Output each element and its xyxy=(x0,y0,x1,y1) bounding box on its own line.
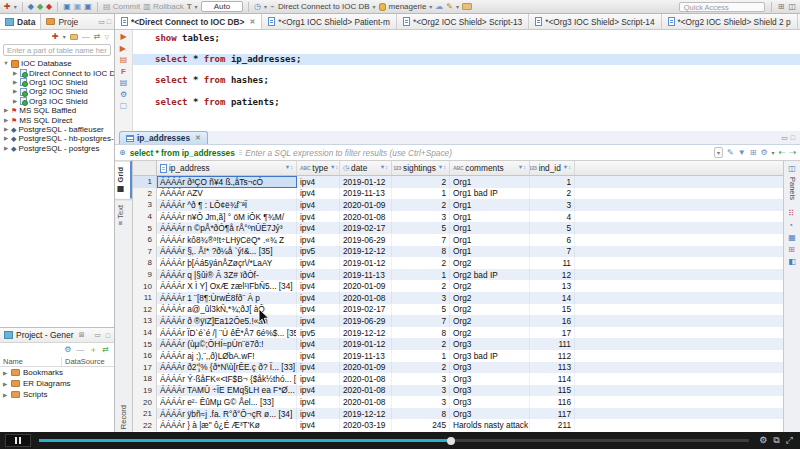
cell-type[interactable]: ipv4 xyxy=(297,408,340,420)
gear-icon[interactable]: ⚙ xyxy=(64,346,71,354)
chevron-down-icon[interactable]: ▾ xyxy=(195,3,198,10)
aggregate-icon[interactable]: ◔ xyxy=(788,222,796,230)
cell-type[interactable]: ipv4 xyxy=(297,292,340,304)
cell-type[interactable]: ipv4 xyxy=(297,257,340,269)
row-number[interactable]: 11 xyxy=(133,292,157,304)
cell-ind-id[interactable]: 4 xyxy=(530,211,575,223)
expander-icon[interactable]: ▶ xyxy=(12,87,18,96)
cell-ind-id[interactable]: 112 xyxy=(530,350,575,362)
open-sql-script-icon[interactable]: ▣ xyxy=(74,3,82,11)
editor-tab[interactable]: *<Org2 IOC Shield> Script-13 xyxy=(397,14,529,29)
cell-sightings[interactable]: 1 xyxy=(392,269,450,281)
new-script-icon[interactable]: ▢ xyxy=(120,102,128,110)
open-folder-icon[interactable] xyxy=(462,3,472,10)
expander-icon[interactable]: ▶ xyxy=(3,134,9,143)
column-header-type[interactable]: ABCtype▼↕ xyxy=(297,161,340,175)
filter-sort-icon[interactable]: ▼↕ xyxy=(518,165,526,171)
cell-comments[interactable]: Org1 xyxy=(450,176,530,188)
row-number[interactable]: 8 xyxy=(133,257,157,269)
cell-ind-id[interactable]: 2 xyxy=(530,188,575,200)
cell-type[interactable]: ipv4 xyxy=(297,280,340,292)
table-row[interactable]: 3ÁÁÁÁr ^ð ¶ : LÔ¢ë¾f¨ªÏipv42020-01-092Or… xyxy=(133,199,783,211)
cell-sightings[interactable]: 5 xyxy=(392,222,450,234)
commit-button[interactable]: Commit xyxy=(113,2,141,11)
cell-comments[interactable]: Org3 xyxy=(450,396,530,408)
cell-ind-id[interactable]: 11 xyxy=(530,257,575,269)
code-line[interactable] xyxy=(133,44,800,55)
nav-tree-item[interactable]: ▶Org3 IOC Shield xyxy=(0,97,114,106)
cell-sightings[interactable]: 2 xyxy=(392,362,450,374)
column-name[interactable]: Name xyxy=(0,357,62,366)
cell-comments[interactable]: Org3 xyxy=(450,362,530,374)
cell-comments[interactable]: Harolds nasty attack xyxy=(450,419,530,431)
cell-type[interactable]: ipv4 xyxy=(297,396,340,408)
editor-tab[interactable]: *<Direct Connect to IOC DB>✕ xyxy=(115,14,262,29)
cell-ip-address[interactable]: ÁÁÁÁr ð³ÇO ñ¥4 ß.‚åTs¬cÓ xyxy=(157,176,297,188)
chevron-down-icon[interactable]: ▾ xyxy=(456,3,459,10)
code-line[interactable]: select * from patients; xyxy=(133,97,800,108)
cell-ip-address[interactable]: ÁÁÁÁr AZV xyxy=(157,188,297,200)
cell-date[interactable]: 2020-01-08 xyxy=(340,373,392,385)
cell-type[interactable]: ipv5 xyxy=(297,246,340,258)
collapse-all-icon[interactable]: — xyxy=(82,33,90,41)
expander-icon[interactable]: ▶ xyxy=(2,381,8,387)
image-preview-icon[interactable]: ▦ xyxy=(788,234,796,242)
cell-comments[interactable]: Org1 xyxy=(450,211,530,223)
filter-expression-input[interactable]: Enter a SQL expression to filter results… xyxy=(245,148,710,158)
cell-date[interactable]: 2019-11-13 xyxy=(340,269,392,281)
expander-icon[interactable]: ▶ xyxy=(2,392,8,398)
column-header-comments[interactable]: ABCcomments▼↕ xyxy=(450,161,530,175)
video-progress-handle[interactable] xyxy=(447,437,455,445)
new-sql-editor-icon[interactable]: ▣ xyxy=(63,3,71,11)
table-row[interactable]: 9ÁÁÁÁr q |§ûi® Â 3Z# ïðÒf-ipv42019-11-13… xyxy=(133,269,783,281)
table-row[interactable]: 7ÁÁÁÁr §‚. Å!* ?ð¼å `ý!&... [35]ipv52019… xyxy=(133,246,783,258)
table-row[interactable]: 20ÁÁÁÁr e²· ÊûMµ G© Åel... [33]ipv42020-… xyxy=(133,396,783,408)
cell-date[interactable]: 2020-01-08 xyxy=(340,385,392,397)
filter-sort-icon[interactable]: ▼↕ xyxy=(380,165,388,171)
cell-sightings[interactable]: 3 xyxy=(392,211,450,223)
results-tab-ip-addresses[interactable]: ip_addresses ✕ xyxy=(119,131,208,144)
cell-comments[interactable]: Org2 xyxy=(450,257,530,269)
cell-ip-address[interactable]: ÁÁÁÁr a@_ûl3kÑ‚*¾;ðJ[ àÔ xyxy=(157,304,297,316)
cell-sightings[interactable]: 3 xyxy=(392,396,450,408)
column-header-ind_id[interactable]: 123ind_id▼↕ xyxy=(530,161,575,175)
cell-ip-address[interactable]: ÁÁÁÁr þ[Áá5ÿánÅZøçr\/*LaAY xyxy=(157,257,297,269)
cell-comments[interactable]: Org3 xyxy=(450,385,530,397)
cell-comments[interactable]: Org1 xyxy=(450,234,530,246)
cell-ip-address[interactable]: ÁÁÁÁr ÏD`é`é /| ¨Ú êÊ*Å7 6é%$... [35] xyxy=(157,327,297,339)
cell-ind-id[interactable]: 113 xyxy=(530,362,575,374)
column-header-sightings[interactable]: 123sightings▼↕ xyxy=(392,161,450,175)
table-row[interactable]: 6ÁÁÁÁr kô8¾®³!t÷LHÿCëQ* .«¾ Zipv42019-06… xyxy=(133,234,783,246)
column-header-ip_address[interactable]: ip_address▼↕ xyxy=(157,161,297,175)
commit-icon[interactable]: ▤ xyxy=(103,3,111,11)
filter-apply-icon[interactable]: ⊕ xyxy=(119,148,126,157)
cell-type[interactable]: ipv4 xyxy=(297,338,340,350)
cell-ind-id[interactable]: 116 xyxy=(530,396,575,408)
table-row[interactable]: 5ÁÁÁÁr n ©pÅ*ðÓ¶å rÅ°ºnÛË7Jý³ipv42019-02… xyxy=(133,222,783,234)
cell-ip-address[interactable]: ÁÁÁÁr TAMÛ ÷ÏE EMq§LH ea F*Ø... [33] xyxy=(157,385,297,397)
cell-comments[interactable]: Org2 xyxy=(450,315,530,327)
expander-icon[interactable]: ▶ xyxy=(2,370,8,376)
cell-comments[interactable]: Org3 bad IP xyxy=(450,350,530,362)
cell-type[interactable]: ipv4 xyxy=(297,419,340,431)
cell-sightings[interactable]: 3 xyxy=(392,373,450,385)
row-number[interactable]: 22 xyxy=(133,419,157,431)
cell-ind-id[interactable]: 114 xyxy=(530,373,575,385)
row-number[interactable]: 12 xyxy=(133,304,157,316)
minimize-icon[interactable]: ▭ xyxy=(94,331,101,339)
row-number[interactable]: 1 xyxy=(133,176,157,188)
filter-sort-icon[interactable]: ▼↕ xyxy=(563,165,571,171)
quick-access-input[interactable]: Quick Access xyxy=(679,2,765,12)
metadata-panel-icon[interactable]: ◧ xyxy=(788,258,796,266)
cell-date[interactable]: 2019-12-12 xyxy=(340,327,392,339)
cell-date[interactable]: 2019-02-17 xyxy=(340,222,392,234)
cell-ind-id[interactable]: 13 xyxy=(530,280,575,292)
cell-comments[interactable]: Org3 xyxy=(450,408,530,420)
cell-ind-id[interactable]: 15 xyxy=(530,304,575,316)
cell-sightings[interactable]: 2 xyxy=(392,176,450,188)
maximize-icon[interactable]: □ xyxy=(791,134,795,142)
maximize-icon[interactable]: □ xyxy=(106,332,110,339)
cell-type[interactable]: ipv4 xyxy=(297,350,340,362)
cell-sightings[interactable]: 3 xyxy=(392,385,450,397)
row-number[interactable]: 4 xyxy=(133,211,157,223)
